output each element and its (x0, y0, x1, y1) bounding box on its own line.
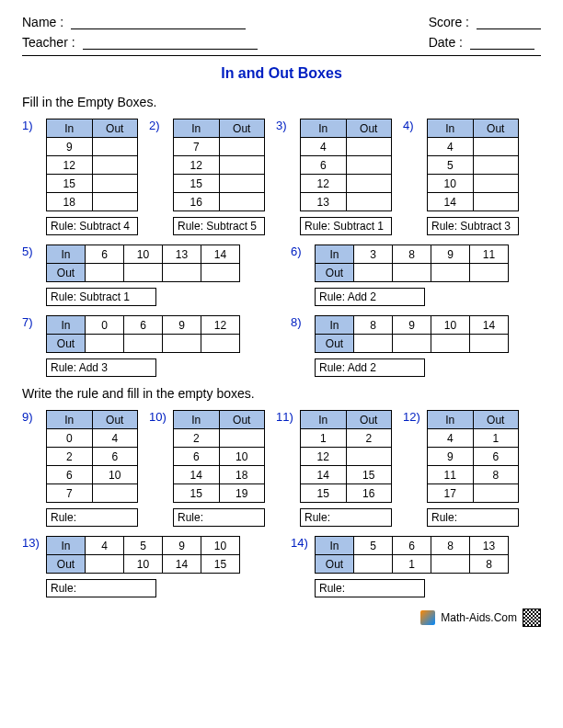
in-cell: 14 (301, 466, 347, 484)
in-cell: 1 (301, 429, 347, 448)
out-cell[interactable] (201, 335, 240, 353)
out-cell[interactable] (346, 156, 392, 175)
rule-box[interactable]: Rule: Subtract 1 (300, 217, 392, 235)
in-cell: 10 (201, 537, 240, 555)
out-cell[interactable]: 1 (473, 429, 519, 448)
rule-box[interactable]: Rule: Add 2 (315, 288, 425, 306)
out-cell[interactable]: 10 (124, 555, 163, 574)
out-cell[interactable] (393, 335, 431, 353)
out-cell[interactable] (473, 138, 519, 156)
rule-box[interactable]: Rule: Subtract 3 (427, 217, 519, 235)
out-cell[interactable] (473, 175, 519, 193)
in-header: In (47, 119, 93, 138)
in-cell: 6 (47, 466, 93, 484)
out-cell[interactable]: 19 (219, 484, 265, 503)
out-cell[interactable]: 15 (346, 466, 392, 484)
out-cell[interactable] (346, 138, 392, 156)
in-cell: 16 (174, 193, 220, 211)
out-cell[interactable] (92, 484, 138, 503)
out-cell[interactable]: 15 (201, 555, 240, 574)
in-cell: 13 (301, 193, 347, 211)
in-header: In (428, 119, 474, 138)
rule-box[interactable]: Rule: Add 2 (315, 358, 425, 377)
in-header: In (47, 245, 86, 264)
rule-box[interactable]: Rule: (300, 508, 392, 527)
rule-box[interactable]: Rule: Subtract 1 (46, 288, 156, 306)
date-input-line[interactable] (470, 37, 534, 50)
out-header: Out (473, 119, 519, 138)
out-cell[interactable]: 4 (92, 429, 138, 448)
out-cell[interactable] (86, 555, 124, 574)
in-cell: 15 (47, 175, 93, 193)
out-cell[interactable] (163, 335, 201, 353)
score-input-line[interactable] (477, 17, 541, 29)
rule-box[interactable]: Rule: Subtract 5 (173, 217, 265, 235)
rule-box[interactable]: Rule: (173, 508, 265, 527)
out-cell[interactable] (86, 264, 124, 282)
in-cell: 5 (124, 537, 163, 555)
in-cell: 2 (47, 448, 93, 466)
out-header: Out (346, 411, 392, 429)
out-cell[interactable]: 8 (473, 466, 519, 484)
out-cell[interactable] (219, 175, 265, 193)
out-cell[interactable]: 14 (163, 555, 201, 574)
out-cell[interactable]: 10 (219, 448, 265, 466)
in-cell: 0 (86, 316, 124, 335)
out-cell[interactable]: 2 (346, 429, 392, 448)
out-cell[interactable] (346, 448, 392, 466)
out-cell[interactable] (124, 335, 163, 353)
out-cell[interactable]: 6 (92, 448, 138, 466)
out-cell[interactable] (219, 156, 265, 175)
out-cell[interactable] (86, 335, 124, 353)
out-cell[interactable] (473, 484, 519, 503)
rule-box[interactable]: Rule: (46, 579, 156, 597)
out-cell[interactable] (354, 335, 393, 353)
rule-box[interactable]: Rule: (315, 579, 425, 597)
out-cell[interactable] (431, 335, 470, 353)
out-cell[interactable] (163, 264, 201, 282)
out-cell[interactable] (92, 156, 138, 175)
out-cell[interactable] (219, 429, 265, 448)
in-cell: 8 (354, 316, 393, 335)
out-cell[interactable] (431, 555, 470, 574)
out-cell[interactable] (473, 156, 519, 175)
out-cell[interactable]: 10 (92, 466, 138, 484)
in-cell: 9 (431, 245, 470, 264)
out-cell[interactable] (431, 264, 470, 282)
in-cell: 9 (47, 138, 93, 156)
out-cell[interactable]: 16 (346, 484, 392, 503)
in-cell: 4 (428, 429, 474, 448)
out-cell[interactable] (219, 193, 265, 211)
rule-box[interactable]: Rule: (46, 508, 138, 527)
out-cell[interactable] (346, 175, 392, 193)
in-cell: 15 (301, 484, 347, 503)
teacher-input-line[interactable] (83, 37, 258, 50)
in-header: In (47, 411, 93, 429)
out-cell[interactable] (354, 555, 393, 574)
in-header: In (174, 411, 220, 429)
out-cell[interactable] (92, 193, 138, 211)
problem: 14) In56813 Out18 Rule: (291, 536, 541, 597)
out-cell[interactable] (92, 138, 138, 156)
out-cell[interactable] (219, 138, 265, 156)
out-cell[interactable] (473, 193, 519, 211)
out-cell[interactable]: 18 (219, 466, 265, 484)
in-out-table: In38911 Out (315, 245, 509, 282)
out-cell[interactable] (393, 264, 431, 282)
rule-box[interactable]: Rule: (427, 508, 519, 527)
out-cell[interactable] (124, 264, 163, 282)
problem-number: 6) (291, 245, 315, 258)
rule-box[interactable]: Rule: Subtract 4 (46, 217, 138, 235)
name-input-line[interactable] (71, 17, 246, 29)
out-cell[interactable]: 8 (470, 555, 509, 574)
out-cell[interactable] (201, 264, 240, 282)
out-cell[interactable] (92, 175, 138, 193)
rule-box[interactable]: Rule: Add 3 (46, 358, 156, 377)
out-cell[interactable] (470, 335, 509, 353)
out-cell[interactable] (470, 264, 509, 282)
out-cell[interactable] (346, 193, 392, 211)
out-cell[interactable]: 1 (393, 555, 431, 574)
out-cell[interactable]: 6 (473, 448, 519, 466)
in-cell: 5 (354, 537, 393, 555)
out-cell[interactable] (354, 264, 393, 282)
